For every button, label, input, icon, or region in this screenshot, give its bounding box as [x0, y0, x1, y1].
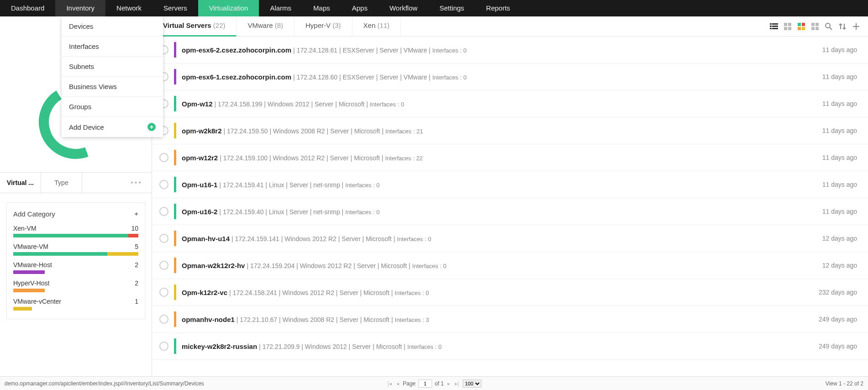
nav-network[interactable]: Network	[105, 0, 153, 16]
nav-apps[interactable]: Apps	[341, 0, 379, 16]
server-row[interactable]: Opman-hv-u14 | 172.24.159.141 | Windows …	[152, 225, 868, 252]
sort-icon[interactable]	[838, 22, 847, 31]
status-indicator	[174, 69, 176, 84]
add-device-plus-icon: +	[147, 123, 156, 131]
nav-servers[interactable]: Servers	[153, 0, 198, 16]
row-checkbox[interactable]	[159, 234, 168, 243]
category-bar	[13, 307, 138, 311]
color-view-icon[interactable]	[797, 22, 806, 31]
category-panel: Add Category + Xen-VM10VMware-VM5VMware-…	[6, 202, 145, 319]
server-name: opm-w12r2	[182, 154, 218, 162]
nav-maps[interactable]: Maps	[302, 0, 341, 16]
nav-virtualization[interactable]: Virtualization	[198, 0, 259, 16]
category-row[interactable]: VMware-vCenter1	[13, 298, 138, 311]
nav-reports[interactable]: Reports	[475, 0, 521, 16]
server-interfaces: Interfaces : 0	[412, 263, 447, 269]
server-list: opm-esx6-2.csez.zohocorpin.com | 172.24.…	[152, 37, 868, 376]
pager-first-icon[interactable]: |◂	[387, 380, 393, 387]
server-interfaces: Interfaces : 21	[385, 128, 423, 135]
row-checkbox[interactable]	[159, 153, 168, 162]
list-view-icon[interactable]	[769, 22, 779, 31]
server-time: 11 days ago	[822, 100, 861, 107]
nav-workflow[interactable]: Workflow	[379, 0, 428, 16]
category-row[interactable]: VMware-VM5	[13, 243, 138, 256]
svg-rect-17	[811, 27, 815, 30]
dropdown-groups[interactable]: Groups	[62, 97, 163, 117]
server-meta: | 172.24.159.100 | Windows 2012 R2 | Ser…	[220, 154, 383, 162]
page-size-select[interactable]: 100	[463, 379, 481, 388]
server-interfaces: Interfaces : 0	[407, 343, 442, 350]
category-name: HyperV-Host	[13, 279, 49, 287]
right-panel: Virtual Servers (22)VMware (8)Hyper-V (3…	[152, 16, 868, 376]
category-name: Xen-VM	[13, 225, 37, 232]
server-row[interactable]: opmanhv-node1 | 172.21.10.67 | Windows 2…	[152, 306, 868, 333]
content-tabs: Virtual Servers (22)VMware (8)Hyper-V (3…	[152, 16, 868, 37]
page-of-label: of 1	[435, 380, 444, 387]
left-tab-type[interactable]: Type	[41, 173, 82, 193]
server-row[interactable]: opm-w2k8r2 | 172.24.159.50 | Windows 200…	[152, 117, 868, 144]
nav-settings[interactable]: Settings	[428, 0, 475, 16]
server-time: 11 days ago	[822, 127, 861, 134]
server-row[interactable]: Opm-w12 | 172.24.158.199 | Windows 2012 …	[152, 90, 868, 117]
server-row[interactable]: Opm-u16-1 | 172.24.159.41 | Linux | Serv…	[152, 171, 868, 198]
category-row[interactable]: Xen-VM10	[13, 225, 138, 237]
tab-virtual-servers[interactable]: Virtual Servers (22)	[152, 16, 237, 37]
server-row[interactable]: opm-esx6-1.csez.zohocorpin.com | 172.24.…	[152, 63, 868, 90]
svg-rect-10	[788, 27, 791, 30]
tab-vmware[interactable]: VMware (8)	[237, 16, 295, 37]
server-row[interactable]: mickey-w2k8r2-russian | 172.21.209.9 | W…	[152, 333, 868, 360]
server-meta: | 172.24.128.60 | ESXServer | Server | V…	[293, 74, 431, 81]
status-indicator	[174, 338, 176, 354]
status-indicator	[174, 258, 176, 273]
row-checkbox[interactable]	[159, 180, 168, 189]
category-bar	[13, 289, 138, 292]
server-row[interactable]: Opm-u16-2 | 172.24.159.40 | Linux | Serv…	[152, 198, 868, 225]
add-category-plus-icon[interactable]: +	[134, 209, 138, 218]
category-bar	[13, 234, 138, 237]
tiles-view-icon[interactable]	[810, 22, 820, 31]
dropdown-devices[interactable]: Devices	[62, 16, 163, 37]
pager-prev-icon[interactable]: ◂	[395, 380, 400, 387]
pager-next-icon[interactable]: ▸	[447, 380, 451, 387]
row-checkbox[interactable]	[159, 261, 168, 270]
server-interfaces: Interfaces : 22	[385, 155, 422, 162]
dropdown-subnets[interactable]: Subnets	[62, 57, 163, 77]
tab-xen[interactable]: Xen (11)	[352, 16, 401, 37]
add-icon[interactable]	[852, 22, 861, 31]
dropdown-add-device[interactable]: Add Device+	[62, 117, 163, 137]
row-checkbox[interactable]	[159, 315, 168, 324]
server-time: 11 days ago	[822, 181, 861, 188]
category-name: VMware-vCenter	[13, 298, 61, 305]
pager: |◂ ◂ Page of 1 ▸ ▸| 100	[387, 379, 481, 388]
status-indicator	[174, 96, 176, 111]
server-time: 11 days ago	[822, 208, 861, 215]
page-input[interactable]	[418, 379, 432, 388]
grid-view-icon[interactable]	[783, 22, 792, 31]
nav-alarms[interactable]: Alarms	[259, 0, 302, 16]
server-meta: | 172.24.159.141 | Windows 2012 R2 | Ser…	[231, 235, 395, 242]
server-row[interactable]: Opman-w2k12r2-hv | 172.24.159.204 | Wind…	[152, 252, 868, 279]
server-row[interactable]: opm-w12r2 | 172.24.159.100 | Windows 201…	[152, 144, 868, 171]
server-row[interactable]: Opm-k12r2-vc | 172.24.158.241 | Windows …	[152, 279, 868, 306]
row-checkbox[interactable]	[159, 288, 168, 297]
add-category-label: Add Category	[13, 210, 55, 218]
dropdown-business-views[interactable]: Business Views	[62, 77, 163, 97]
row-checkbox[interactable]	[159, 342, 168, 351]
svg-rect-5	[770, 28, 772, 29]
search-icon[interactable]	[824, 22, 833, 31]
server-row[interactable]: opm-esx6-2.csez.zohocorpin.com | 172.24.…	[152, 37, 868, 63]
server-meta: | 172.24.159.50 | Windows 2008 R2 | Serv…	[224, 127, 384, 135]
pager-last-icon[interactable]: ▸|	[454, 380, 460, 387]
nav-dashboard[interactable]: Dashboard	[0, 0, 55, 16]
left-tab-virtual[interactable]: Virtual ...	[0, 173, 41, 193]
row-checkbox[interactable]	[159, 207, 168, 216]
nav-inventory[interactable]: Inventory	[55, 0, 105, 16]
left-more-icon[interactable]: •••	[82, 179, 152, 187]
server-time: 11 days ago	[822, 154, 861, 161]
category-row[interactable]: VMware-Host2	[13, 261, 138, 274]
category-row[interactable]: HyperV-Host2	[13, 279, 138, 292]
dropdown-interfaces[interactable]: Interfaces	[62, 37, 163, 57]
server-time: 12 days ago	[822, 262, 861, 269]
topnav: DashboardInventoryNetworkServersVirtuali…	[0, 0, 868, 16]
tab-hyper-v[interactable]: Hyper-V (3)	[295, 16, 352, 37]
